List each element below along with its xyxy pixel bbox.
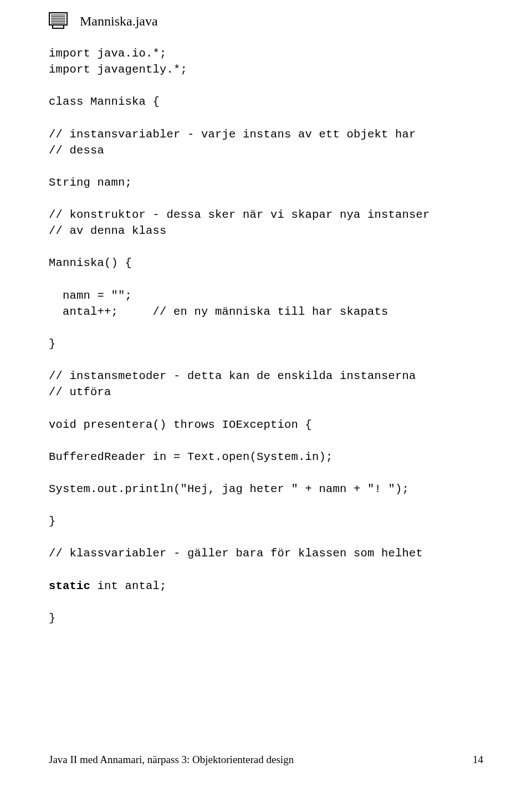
code-line: import java.io.*; — [49, 47, 167, 60]
code-line: // utföra — [49, 386, 111, 398]
code-line: import javagently.*; — [49, 63, 187, 76]
code-line: // klassvariabler - gäller bara för klas… — [49, 547, 423, 560]
code-line: } — [49, 515, 56, 528]
code-line: int antal; — [90, 580, 167, 592]
svg-rect-7 — [53, 25, 64, 28]
code-line: void presentera() throws IOException { — [49, 418, 312, 431]
code-line: // av denna klass — [49, 224, 167, 237]
code-line: class Manniska { — [49, 95, 160, 108]
code-line: String namn; — [49, 176, 132, 189]
code-line: // dessa — [49, 144, 104, 157]
file-heading: Manniska.java — [80, 12, 158, 29]
code-line: antal++; // en ny människa till har skap… — [49, 305, 388, 318]
code-line: BufferedReader in = Text.open(System.in)… — [49, 451, 333, 463]
code-line: } — [49, 337, 56, 350]
code-line: namn = ""; — [49, 289, 132, 302]
page-number: 14 — [473, 754, 483, 766]
code-block: import java.io.*; import javagently.*; c… — [49, 45, 483, 626]
footer-text: Java II med Annamari, närpass 3: Objekto… — [49, 754, 294, 766]
heading-row: Manniska.java — [49, 12, 483, 31]
code-line: // instansvariabler - varje instans av e… — [49, 128, 416, 141]
page-content: Manniska.java import java.io.*; import j… — [0, 0, 532, 626]
computer-icon — [49, 12, 68, 31]
code-line: Manniska() { — [49, 257, 132, 269]
code-line: // konstruktor - dessa sker när vi skapa… — [49, 208, 430, 221]
code-keyword: static — [49, 580, 90, 592]
code-line: } — [49, 612, 56, 625]
code-line: // instansmetoder - detta kan de enskild… — [49, 370, 416, 382]
page-footer: Java II med Annamari, närpass 3: Objekto… — [49, 754, 483, 766]
code-line: System.out.println("Hej, jag heter " + n… — [49, 483, 409, 495]
